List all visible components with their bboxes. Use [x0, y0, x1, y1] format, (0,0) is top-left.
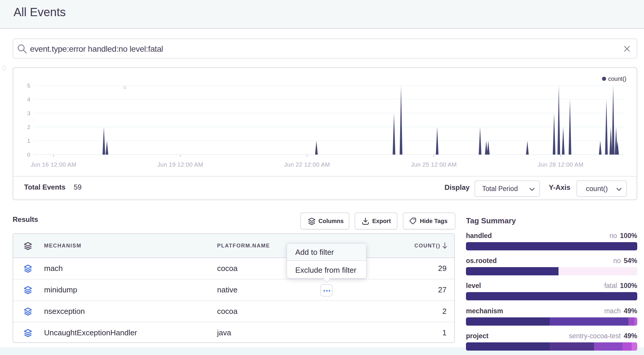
svg-text:Jun 25 12:00 AM: Jun 25 12:00 AM: [411, 161, 457, 168]
svg-text:2: 2: [27, 124, 30, 130]
svg-text:Jun 22 12:00 AM: Jun 22 12:00 AM: [284, 161, 330, 168]
svg-text:5: 5: [27, 83, 30, 89]
svg-text:3: 3: [27, 110, 30, 116]
svg-text:0: 0: [27, 152, 30, 158]
svg-text:1: 1: [27, 138, 30, 144]
svg-text:Jun 19 12:00 AM: Jun 19 12:00 AM: [157, 161, 203, 168]
svg-text:Jun 16 12:00 AM: Jun 16 12:00 AM: [31, 161, 76, 168]
svg-text:4: 4: [27, 96, 30, 103]
